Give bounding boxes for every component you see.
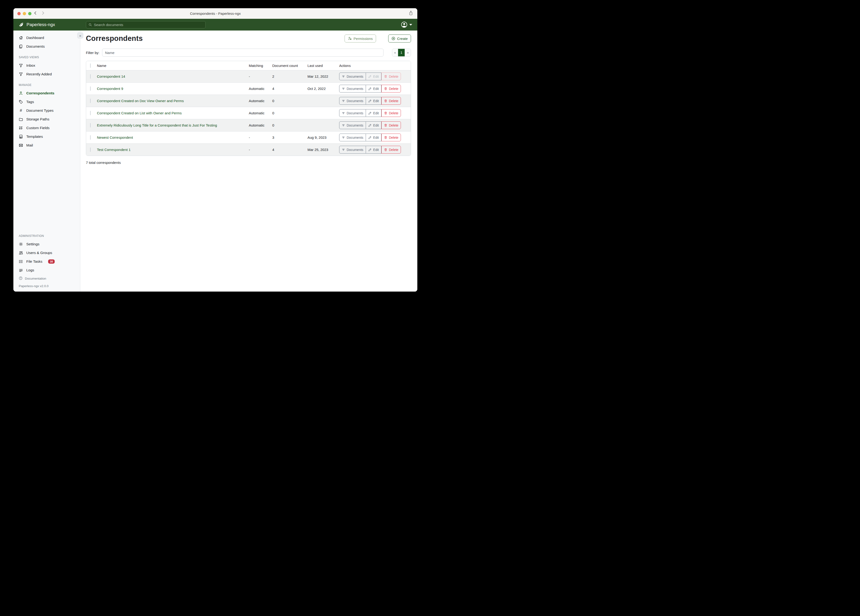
forward-icon[interactable] [41, 11, 45, 16]
column-header-matching: Matching [249, 64, 272, 68]
sidebar-item-inbox[interactable]: Inbox [13, 61, 80, 70]
trash-icon [384, 87, 387, 90]
pencil-icon [368, 148, 372, 151]
brand-label: Paperless-ngx [27, 22, 55, 27]
file-tasks-badge: 16 [48, 259, 55, 264]
row-checkbox[interactable] [90, 86, 91, 91]
delete-button[interactable]: Delete [381, 109, 401, 117]
user-menu[interactable] [401, 21, 412, 28]
pencil-icon [368, 112, 372, 115]
filter-icon [342, 112, 345, 115]
delete-button[interactable]: Delete [381, 97, 401, 105]
row-checkbox[interactable] [90, 99, 91, 103]
column-header-last-used: Last used [308, 64, 339, 68]
edit-button[interactable]: Edit [366, 97, 381, 105]
documentation-link[interactable]: Documentation [19, 276, 75, 281]
row-matching: Automatic [249, 86, 272, 91]
home-icon [19, 36, 23, 40]
sidebar-item-mail[interactable]: Mail [13, 141, 80, 149]
column-header-actions: Actions [339, 64, 411, 68]
row-checkbox[interactable] [90, 135, 91, 140]
row-name-link[interactable]: Correspondent Created on List with Owner… [97, 111, 182, 115]
delete-button[interactable]: Delete [381, 121, 401, 129]
sidebar-item-tags[interactable]: Tags [13, 97, 80, 106]
sidebar-item-logs[interactable]: Logs [13, 266, 80, 274]
documents-button[interactable]: Documents [339, 72, 366, 80]
row-checkbox[interactable] [90, 123, 91, 127]
zoom-window-button[interactable] [28, 12, 31, 15]
permissions-button[interactable]: Permissions [345, 35, 376, 42]
delete-button[interactable]: Delete [381, 146, 401, 154]
table-row: Correspondent 14 - 2 Mar 12, 2022 Docume… [86, 70, 411, 82]
documents-button[interactable]: Documents [339, 134, 366, 141]
sidebar-item-recently-added[interactable]: Recently Added [13, 70, 80, 79]
sidebar-item-documents[interactable]: Documents [13, 42, 80, 51]
row-name-link[interactable]: Correspondent 9 [97, 86, 123, 91]
search-input[interactable] [94, 23, 203, 27]
global-search[interactable] [86, 21, 206, 28]
row-name-link[interactable]: Extremely Ridiculously Long Title for a … [97, 123, 217, 127]
column-header-document-count: Document count [272, 64, 308, 68]
paperless-leaf-icon [19, 22, 24, 27]
sidebar-collapse-button[interactable]: « [77, 32, 83, 39]
pagination-prev[interactable]: « [392, 49, 398, 57]
sidebar-item-storage-paths[interactable]: Storage Paths [13, 115, 80, 124]
documents-button[interactable]: Documents [339, 109, 366, 117]
files-icon [19, 44, 23, 49]
create-button[interactable]: Create [388, 35, 411, 42]
row-count: 4 [272, 86, 308, 91]
fields-icon [19, 126, 23, 130]
row-checkbox[interactable] [90, 148, 91, 152]
close-window-button[interactable] [17, 12, 20, 15]
table-row: Newest Correspondent - 3 Aug 9, 2023 Doc… [86, 131, 411, 143]
sidebar-item-users-groups[interactable]: Users & Groups [13, 248, 80, 257]
delete-button[interactable]: Delete [381, 72, 401, 80]
sidebar-item-document-types[interactable]: # Document Types [13, 106, 80, 115]
delete-button[interactable]: Delete [381, 134, 401, 141]
edit-button[interactable]: Edit [366, 85, 381, 93]
table-row: Correspondent Created on Doc View Owner … [86, 94, 411, 107]
documents-button[interactable]: Documents [339, 146, 366, 154]
sidebar-item-settings[interactable]: Settings [13, 240, 80, 248]
edit-button[interactable]: Edit [366, 109, 381, 117]
pagination-next[interactable]: » [405, 49, 411, 57]
page-title: Correspondents [86, 34, 143, 43]
logs-icon [19, 268, 23, 272]
documents-button[interactable]: Documents [339, 97, 366, 105]
trash-icon [384, 124, 387, 127]
filter-name-input[interactable] [102, 49, 383, 57]
row-last-used: Aug 9, 2023 [308, 135, 339, 140]
edit-button[interactable]: Edit [366, 72, 381, 80]
filter-icon [342, 124, 345, 127]
sidebar-item-correspondents[interactable]: Correspondents [13, 89, 80, 97]
row-matching: - [249, 74, 272, 79]
row-checkbox[interactable] [90, 111, 91, 115]
brand[interactable]: Paperless-ngx [13, 22, 80, 27]
pencil-icon [368, 99, 372, 102]
sidebar-item-dashboard[interactable]: Dashboard [13, 33, 80, 42]
delete-button[interactable]: Delete [381, 85, 401, 93]
window-title: Correspondents - Paperless-ngx [13, 11, 417, 16]
sidebar-item-custom-fields[interactable]: Custom Fields [13, 124, 80, 132]
edit-button[interactable]: Edit [366, 146, 381, 154]
row-name-link[interactable]: Test Correspondent 1 [97, 148, 130, 152]
sidebar-item-templates[interactable]: Templates [13, 132, 80, 141]
edit-button[interactable]: Edit [366, 121, 381, 129]
sidebar-item-file-tasks[interactable]: File Tasks 16 [13, 257, 80, 266]
main-content: Correspondents Permissions [80, 30, 417, 292]
share-icon[interactable] [409, 11, 413, 16]
pagination-page-1[interactable]: 1 [398, 49, 405, 57]
row-name-link[interactable]: Correspondent Created on Doc View Owner … [97, 99, 184, 103]
avatar-icon [401, 21, 408, 28]
row-checkbox[interactable] [90, 74, 91, 79]
back-icon[interactable] [33, 11, 37, 16]
documents-button[interactable]: Documents [339, 85, 366, 93]
filter-icon [342, 87, 345, 90]
edit-button[interactable]: Edit [366, 134, 381, 141]
minimize-window-button[interactable] [23, 12, 26, 15]
documents-button[interactable]: Documents [339, 121, 366, 129]
row-name-link[interactable]: Newest Correspondent [97, 135, 133, 140]
row-last-used: Mar 25, 2023 [308, 148, 339, 152]
select-all-checkbox[interactable] [90, 63, 91, 68]
row-name-link[interactable]: Correspondent 14 [97, 74, 125, 79]
